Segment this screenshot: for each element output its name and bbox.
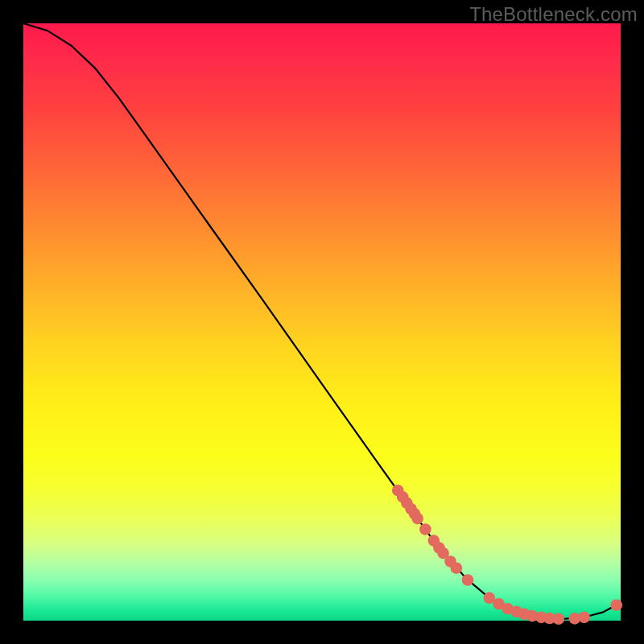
data-dot [553, 613, 565, 625]
data-dot [578, 612, 590, 624]
data-dot [411, 513, 423, 525]
data-dots [392, 485, 622, 625]
watermark-text: TheBottleneck.com [469, 3, 638, 26]
data-dot [462, 574, 474, 586]
bottleneck-curve [23, 23, 621, 619]
data-dot [611, 599, 623, 611]
data-dot [419, 523, 431, 535]
plot-area [23, 23, 621, 621]
chart-frame: TheBottleneck.com [0, 0, 644, 644]
curve-layer [23, 23, 621, 621]
data-dot [451, 562, 463, 574]
